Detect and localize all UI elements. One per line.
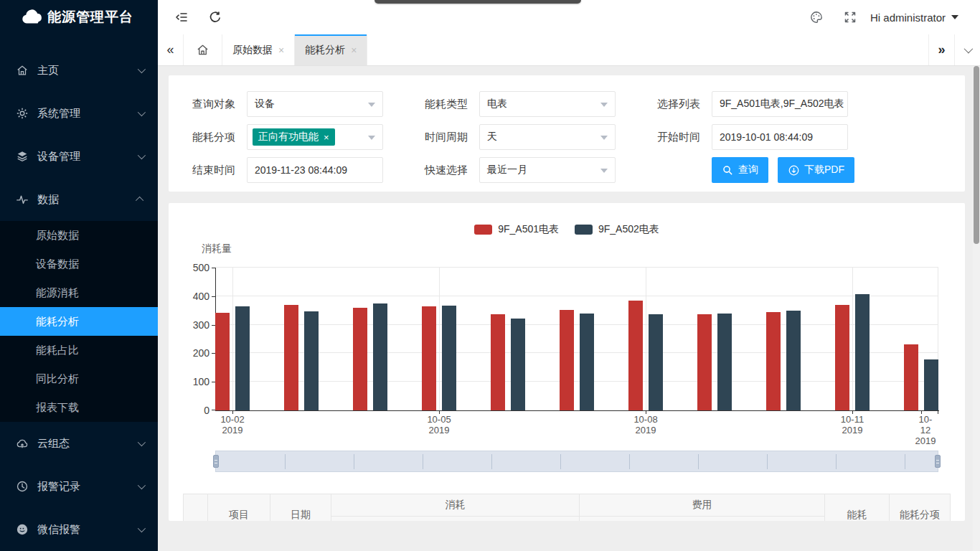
query-object-select[interactable]: 设备 (247, 91, 383, 117)
sidebar-item-system-management[interactable]: 系统管理 (0, 92, 158, 135)
sidebar-item-wechat-alarm[interactable]: 微信报警 (0, 508, 158, 551)
bar-9F_A501电表-10-08 (628, 301, 643, 410)
bar-9F_A501电表-10-07 (560, 310, 574, 410)
x-gridline (852, 268, 853, 410)
sidebar-item-data[interactable]: 数据 (0, 178, 158, 221)
y-tick-label: 500 (182, 262, 209, 273)
tabs-scroll-right-button[interactable]: » (928, 34, 954, 65)
user-menu[interactable]: Hi administrator (870, 0, 958, 34)
bar-9F_A501电表-10-06 (491, 314, 505, 410)
button-label: 下载PDF (804, 164, 844, 176)
sidebar-item-raw-data[interactable]: 原始数据 (0, 221, 158, 250)
input-value: 2019-10-01 08:44:09 (720, 131, 813, 143)
bar-9F_A502电表-10-11 (855, 294, 870, 410)
tab-raw-data[interactable]: 原始数据 × (222, 34, 295, 65)
legend-item-9F_A502电表[interactable]: 9F_A502电表 (575, 223, 659, 236)
sidebar-item-device-data[interactable]: 设备数据 (0, 250, 158, 278)
filter-row: 查询对象 设备 能耗类型 电表 选择列表 9F_A50 (169, 91, 965, 117)
close-icon[interactable]: × (278, 44, 284, 56)
tab-energy-analysis[interactable]: 能耗分析 × (295, 34, 367, 65)
y-axis-title: 消耗量 (202, 242, 232, 255)
end-time-input[interactable]: 2019-11-23 08:44:09 (247, 157, 383, 183)
y-tick-label: 200 (182, 347, 209, 359)
legend-item-9F_A501电表[interactable]: 9F_A501电表 (474, 223, 559, 236)
sidebar-item-energy-consumption[interactable]: 能源消耗 (0, 278, 158, 307)
sidebar-item-energy-ratio[interactable]: 能耗占比 (0, 336, 158, 364)
app-logo: 能源管理平台 (0, 0, 158, 34)
tab-home[interactable] (184, 34, 222, 65)
y-tick-label: 300 (182, 319, 209, 331)
select-list-input[interactable]: 9F_A501电表,9F_A502电表 (712, 91, 848, 117)
select-value: 最近一月 (487, 164, 527, 176)
sidebar-item-yoy-analysis[interactable]: 同比分析 (0, 364, 158, 393)
vertical-scrollbar[interactable] (973, 66, 980, 551)
slider-tick (491, 454, 492, 469)
sidebar-item-label: 系统管理 (37, 107, 138, 121)
slider-handle-left[interactable] (213, 455, 219, 468)
sidebar-item-home[interactable]: 主页 (0, 49, 158, 92)
x-tick (938, 410, 938, 414)
x-gridline (646, 268, 646, 410)
download-pdf-button[interactable]: 下载PDF (778, 157, 854, 183)
sidebar-item-label: 主页 (37, 64, 138, 77)
chevron-down-icon (138, 481, 146, 489)
app-title: 能源管理平台 (47, 8, 133, 27)
topbar: Hi administrator (158, 0, 980, 34)
sidebar-item-device-management[interactable]: 设备管理 (0, 135, 158, 178)
sidebar-item-alarm-records[interactable]: 报警记录 (0, 465, 158, 508)
submenu-data: 原始数据设备数据能源消耗能耗分析能耗占比同比分析报表下载 (0, 221, 158, 422)
screen-notch (374, 0, 581, 4)
slider-handle-right[interactable] (935, 455, 941, 468)
pulse-icon (16, 193, 29, 206)
chevron-down-icon (964, 44, 974, 54)
legend-label: 9F_A502电表 (598, 223, 659, 236)
tag-close-icon[interactable]: × (324, 132, 329, 143)
theme-palette-icon[interactable] (809, 10, 824, 24)
scrollbar-thumb[interactable] (974, 66, 979, 244)
bar-9F_A502电表-10-10 (786, 311, 801, 410)
sidebar-item-energy-analysis[interactable]: 能耗分析 (0, 307, 158, 336)
chevron-down-icon (138, 108, 146, 116)
field-label: 结束时间 (169, 164, 247, 177)
time-period-select[interactable]: 天 (479, 124, 616, 150)
tabs-scroll-left-button[interactable]: « (158, 34, 184, 65)
table-colgroup-cost: 费用 (580, 494, 825, 521)
field-label: 能耗分项 (169, 131, 247, 144)
y-gridline (216, 267, 938, 268)
slider-tick (560, 454, 561, 469)
y-tick-label: 100 (182, 376, 209, 387)
field-label: 快速选择 (402, 164, 479, 177)
input-value: 2019-11-23 08:44:09 (255, 164, 347, 176)
fullscreen-icon[interactable] (843, 10, 857, 24)
close-icon[interactable]: × (351, 44, 357, 56)
cloud-logo-icon (20, 9, 44, 26)
slider-tick (698, 454, 699, 469)
chevron-down-icon (951, 15, 958, 23)
chart-legend: 9F_A501电表9F_A502电表 (169, 223, 965, 236)
start-time-input[interactable]: 2019-10-01 08:44:09 (712, 124, 848, 150)
slider-tick (629, 454, 630, 469)
energy-type-select[interactable]: 电表 (479, 91, 616, 117)
x-gridline (232, 268, 233, 410)
menu-fold-icon[interactable] (174, 10, 189, 24)
field-label: 开始时间 (634, 131, 712, 144)
main-content: 查询对象 设备 能耗类型 电表 选择列表 9F_A50 (158, 66, 980, 551)
sidebar-item-report-download[interactable]: 报表下载 (0, 393, 158, 422)
sidebar: 能源管理平台 主页系统管理设备管理数据原始数据设备数据能源消耗能耗分析能耗占比同… (0, 0, 158, 551)
query-button[interactable]: 查询 (712, 157, 768, 183)
sidebar-item-cloud-config[interactable]: 云组态 (0, 422, 158, 465)
tab-label: 原始数据 (232, 44, 273, 57)
filter-start-time: 开始时间 2019-10-01 08:44:09 (634, 124, 867, 150)
table-colgroup-consumption: 消耗 (331, 494, 580, 521)
bar-9F_A502电表-10-05 (442, 306, 456, 410)
download-icon (788, 164, 800, 176)
tabs-menu-button[interactable] (954, 34, 980, 65)
chevron-down-icon (138, 524, 146, 532)
quick-select[interactable]: 最近一月 (479, 157, 616, 183)
refresh-icon[interactable] (208, 10, 222, 24)
clock-icon (16, 480, 29, 493)
energy-subitem-select[interactable]: 正向有功电能 × (247, 124, 383, 150)
datazoom-slider[interactable] (215, 451, 938, 472)
cloud-upload-icon (16, 437, 29, 450)
chevron-down-icon (600, 169, 608, 176)
